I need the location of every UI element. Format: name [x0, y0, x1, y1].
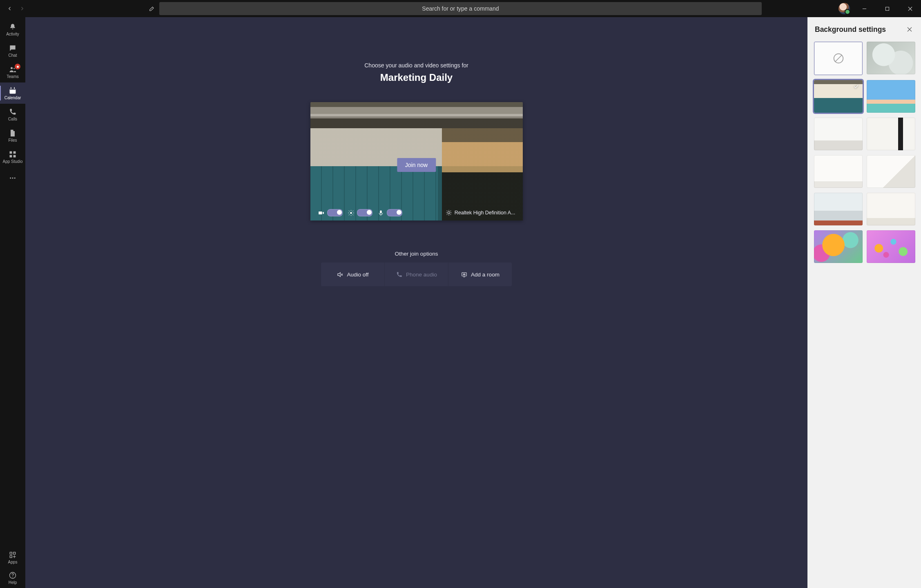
background-grid	[807, 38, 921, 271]
grid-icon	[9, 150, 17, 158]
other-option-label: Audio off	[347, 272, 368, 278]
background-tile-img10[interactable]	[867, 230, 915, 263]
background-tile-img4[interactable]	[867, 118, 915, 150]
other-options-label: Other join options	[395, 251, 438, 257]
rail-item-label: Apps	[8, 560, 18, 564]
join-now-button[interactable]: Join now	[397, 158, 436, 172]
rail-item-label: Chat	[8, 53, 17, 58]
room-icon	[461, 271, 468, 278]
window-close-button[interactable]	[901, 3, 919, 14]
rail-item-label: Files	[8, 138, 17, 143]
rail-item-apps[interactable]: Apps	[0, 547, 25, 568]
rail-more-button[interactable]	[0, 170, 25, 186]
profile-avatar[interactable]	[838, 3, 850, 14]
window-maximize-button[interactable]	[879, 3, 896, 14]
background-settings-panel: Background settings	[807, 17, 921, 588]
background-tile-img9[interactable]	[814, 230, 863, 263]
rail-item-help[interactable]: Help	[0, 568, 25, 588]
nav-forward-button[interactable]	[16, 3, 28, 14]
phone-icon	[9, 108, 17, 116]
background-tile-img6[interactable]	[867, 155, 915, 188]
background-tile-img7[interactable]	[814, 193, 863, 225]
background-fx-toggle[interactable]	[357, 209, 372, 216]
rail-item-files[interactable]: Files	[0, 125, 25, 146]
mic-toggle[interactable]	[387, 209, 402, 216]
background-tile-img2[interactable]	[867, 80, 915, 113]
other-option-phone-audio: Phone audio	[384, 263, 448, 286]
rail-item-calendar[interactable]: Calendar	[0, 82, 25, 104]
speaker-off-icon	[337, 271, 343, 278]
check-icon	[852, 82, 860, 91]
video-preview: Join now	[310, 102, 523, 220]
rail-item-label: Activity	[6, 32, 19, 36]
rail-item-chat[interactable]: Chat	[0, 40, 25, 61]
apps-icon	[9, 551, 17, 559]
chat-icon	[9, 44, 17, 52]
audio-device-label: Realtek High Definition A...	[455, 210, 515, 216]
background-tile-img3[interactable]	[814, 118, 863, 150]
background-tile-img8[interactable]	[867, 193, 915, 225]
meeting-title: Marketing Daily	[380, 72, 453, 83]
background-fx-icon	[348, 209, 355, 216]
other-option-label: Add a room	[471, 272, 500, 278]
new-chat-button[interactable]	[146, 3, 158, 14]
mic-icon	[377, 209, 384, 216]
rail-item-label: Calls	[8, 117, 17, 121]
background-tile-img1[interactable]	[814, 80, 863, 113]
background-tile-blur[interactable]	[867, 42, 915, 74]
titlebar: Search for or type a command	[0, 0, 921, 17]
search-input[interactable]: Search for or type a command	[159, 2, 762, 15]
audio-device-select[interactable]: Realtek High Definition A...	[446, 209, 515, 216]
close-icon	[907, 27, 912, 32]
background-tile-img5[interactable]	[814, 155, 863, 188]
video-icon	[318, 209, 325, 216]
search-placeholder: Search for or type a command	[422, 5, 499, 12]
prejoin-controls: Realtek High Definition A...	[310, 209, 523, 216]
none-icon	[832, 51, 845, 65]
rail-item-teams[interactable]: Teams	[0, 61, 25, 82]
background-tile-none[interactable]	[814, 42, 863, 75]
rail-item-label: Calendar	[4, 96, 21, 100]
help-icon	[9, 571, 17, 579]
nav-back-button[interactable]	[4, 3, 16, 14]
file-icon	[9, 129, 17, 137]
window-minimize-button[interactable]	[856, 3, 873, 14]
other-option-add-room[interactable]: Add a room	[448, 263, 512, 286]
camera-toggle[interactable]	[327, 209, 343, 216]
notification-badge	[14, 63, 21, 70]
other-option-label: Phone audio	[406, 272, 437, 278]
panel-close-button[interactable]	[905, 24, 914, 34]
rail-item-label: Teams	[7, 75, 18, 79]
rail-item-label: App Studio	[3, 160, 23, 164]
other-option-audio-off[interactable]: Audio off	[321, 263, 384, 286]
gear-icon	[446, 209, 452, 216]
prejoin-subtitle: Choose your audio and video settings for	[364, 62, 468, 69]
phone-icon	[396, 271, 403, 278]
rail-item-activity[interactable]: Activity	[0, 19, 25, 40]
rail-item-appstudio[interactable]: App Studio	[0, 146, 25, 167]
rail-item-calls[interactable]: Calls	[0, 104, 25, 125]
panel-title: Background settings	[815, 25, 886, 34]
other-options-row: Audio off Phone audio Add a room	[321, 263, 512, 286]
app-rail: Activity Chat Teams Calendar Calls Files…	[0, 17, 25, 588]
rail-item-label: Help	[9, 581, 17, 585]
calendar-icon	[9, 87, 17, 95]
prejoin-screen: Choose your audio and video settings for…	[25, 17, 807, 588]
bell-icon	[9, 23, 17, 31]
